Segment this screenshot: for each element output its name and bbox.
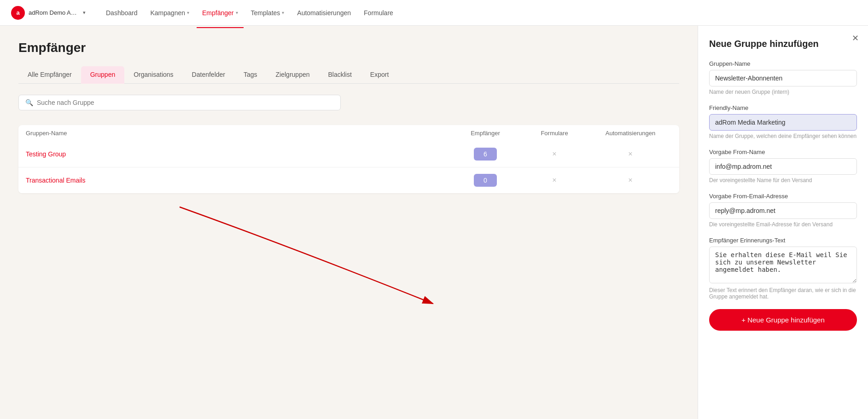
account-name: adRom Demo Acc... <box>29 9 79 16</box>
main-layout: Empfänger Alle Empfänger Gruppen Organis… <box>0 26 868 419</box>
tab-blacklist[interactable]: Blacklist <box>319 66 361 84</box>
gruppen-name-hint: Name der neuen Gruppe (intern) <box>709 89 857 95</box>
from-name-hint: Der voreingestellte Name für den Versand <box>709 177 857 184</box>
right-panel: ✕ Neue Gruppe hinzufügen Gruppen-Name Na… <box>698 26 868 419</box>
content-area: Empfänger Alle Empfänger Gruppen Organis… <box>0 26 698 419</box>
automatisierungen-testing: × <box>589 150 672 158</box>
nav-item-dashboard[interactable]: Dashboard <box>100 6 143 20</box>
col-header-name: Gruppen-Name <box>26 130 451 137</box>
form-group-from-email: Vorgabe From-Email-Adresse Die voreinges… <box>709 193 857 228</box>
field-label-friendly-name: Friendly-Name <box>709 104 857 111</box>
kampagnen-chevron-icon: ▾ <box>187 10 189 15</box>
tab-organisationen[interactable]: Organisations <box>124 66 182 84</box>
from-email-hint: Die voreingestellte Email-Adresse für de… <box>709 221 857 228</box>
tab-alle[interactable]: Alle Empfänger <box>18 66 81 84</box>
field-label-erinnerungs-text: Empfänger Erinnerungs-Text <box>709 237 857 244</box>
friendly-name-hint: Name der Gruppe, welchen deine Empfänger… <box>709 133 857 139</box>
table-row: Transactional Emails 0 × × <box>18 167 679 193</box>
empfaenger-chevron-icon: ▾ <box>236 10 238 15</box>
erinnerungs-text-input[interactable]: Sie erhalten diese E-Mail weil Sie sich … <box>709 247 857 283</box>
automatisierungen-transactional: × <box>589 176 672 184</box>
erinnerungs-text-hint: Dieser Text erinnert den Empfänger daran… <box>709 287 857 300</box>
table-row: Testing Group 6 × × <box>18 141 679 167</box>
tab-export[interactable]: Export <box>361 66 398 84</box>
from-email-input[interactable] <box>709 202 857 219</box>
form-group-from-name: Vorgabe From-Name Der voreingestellte Na… <box>709 149 857 184</box>
tab-tags[interactable]: Tags <box>234 66 267 84</box>
formulare-transactional: × <box>520 176 589 184</box>
friendly-name-input[interactable] <box>709 114 857 131</box>
groups-table: Gruppen-Name Empfänger Formulare Automat… <box>18 125 679 193</box>
panel-close-button[interactable]: ✕ <box>852 33 859 43</box>
empfaenger-count-transactional: 0 <box>451 174 520 187</box>
panel-title: Neue Gruppe hinzufügen <box>709 39 857 49</box>
account-chevron-icon: ▾ <box>83 10 86 16</box>
top-navigation: a adRom Demo Acc... ▾ Dashboard Kampagne… <box>0 0 868 26</box>
empfaenger-count-testing: 6 <box>451 148 520 161</box>
nav-item-empfaenger[interactable]: Empfänger ▾ <box>197 6 243 20</box>
field-label-from-email: Vorgabe From-Email-Adresse <box>709 193 857 200</box>
app-logo[interactable]: a adRom Demo Acc... ▾ <box>11 6 86 20</box>
form-group-erinnerungs-text: Empfänger Erinnerungs-Text Sie erhalten … <box>709 237 857 300</box>
form-group-gruppen-name: Gruppen-Name Name der neuen Gruppe (inte… <box>709 60 857 95</box>
group-name-testing[interactable]: Testing Group <box>26 150 451 158</box>
submit-button[interactable]: + Neue Gruppe hinzufügen <box>709 309 857 331</box>
nav-item-formulare[interactable]: Formulare <box>358 6 399 20</box>
nav-items: Dashboard Kampagnen ▾ Empfänger ▾ Templa… <box>100 6 857 20</box>
tabs: Alle Empfänger Gruppen Organisations Dat… <box>18 66 679 84</box>
templates-chevron-icon: ▾ <box>282 10 284 15</box>
logo-icon: a <box>11 6 25 20</box>
nav-item-kampagnen[interactable]: Kampagnen ▾ <box>145 6 195 20</box>
search-bar: 🔍 <box>18 95 341 110</box>
field-label-from-name: Vorgabe From-Name <box>709 149 857 155</box>
tab-gruppen[interactable]: Gruppen <box>81 66 124 84</box>
col-header-empfaenger: Empfänger <box>451 130 520 137</box>
table-header: Gruppen-Name Empfänger Formulare Automat… <box>18 125 679 141</box>
from-name-input[interactable] <box>709 158 857 175</box>
tab-datenfelder[interactable]: Datenfelder <box>183 66 234 84</box>
nav-item-templates[interactable]: Templates ▾ <box>245 6 290 20</box>
col-header-formulare: Formulare <box>520 130 589 137</box>
search-icon: 🔍 <box>25 99 33 106</box>
field-label-gruppen-name: Gruppen-Name <box>709 60 857 67</box>
tab-zielgruppen[interactable]: Zielgruppen <box>267 66 319 84</box>
search-input[interactable] <box>37 99 334 106</box>
formulare-testing: × <box>520 150 589 158</box>
group-name-transactional[interactable]: Transactional Emails <box>26 177 451 184</box>
col-header-automatisierungen: Automatisierungen <box>589 130 672 137</box>
form-group-friendly-name: Friendly-Name Name der Gruppe, welchen d… <box>709 104 857 139</box>
gruppen-name-input[interactable] <box>709 70 857 86</box>
nav-item-automatisierungen[interactable]: Automatisierungen <box>291 6 356 20</box>
arrow-annotation <box>18 193 679 331</box>
page-title: Empfänger <box>18 40 679 55</box>
